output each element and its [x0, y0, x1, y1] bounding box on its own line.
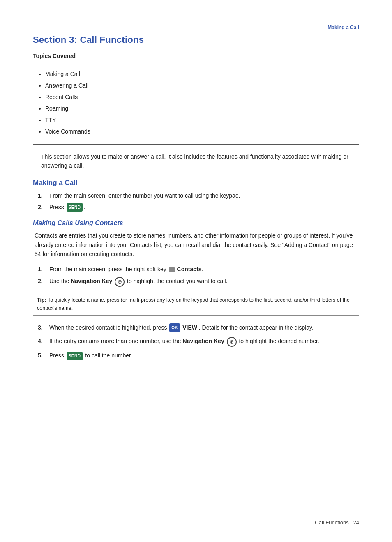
- footer-page: 24: [353, 519, 359, 526]
- topics-list: Making a Call Answering a Call Recent Ca…: [33, 68, 359, 137]
- contacts-steps: 1. From the main screen, press the right…: [33, 265, 359, 287]
- step-text: If the entry contains more than one numb…: [49, 338, 319, 344]
- ok-key-badge: OK: [169, 323, 180, 332]
- list-item: 3. When the desired contact is highlight…: [49, 323, 359, 333]
- step-text: Press SEND.: [49, 204, 85, 210]
- nav-key-icon: ⊕: [227, 337, 237, 347]
- step-number: 3.: [38, 323, 43, 333]
- step-number: 1.: [38, 265, 43, 274]
- navigation-key-label: Navigation Key: [71, 278, 112, 284]
- list-item: Answering a Call: [45, 80, 359, 91]
- step-text: From the main screen, press the right so…: [49, 266, 203, 272]
- making-a-call-heading: Making a Call: [33, 179, 359, 187]
- list-item: 1. From the main screen, enter the numbe…: [49, 191, 359, 201]
- list-item: Voice Commands: [45, 126, 359, 137]
- tip-label: Tip:: [37, 297, 46, 303]
- send-key-badge: SEND: [67, 352, 83, 360]
- navigation-key-label: Navigation Key: [183, 338, 224, 344]
- header-section-label: Making a Call: [33, 25, 359, 30]
- topics-divider: [33, 62, 359, 62]
- step-number: 1.: [38, 191, 43, 201]
- list-item: 2. Press SEND.: [49, 203, 359, 212]
- footer-text: Call Functions: [315, 519, 348, 526]
- footer: Call Functions 24: [315, 519, 359, 526]
- send-key-badge: SEND: [67, 203, 83, 212]
- contacts-label: Contacts: [177, 266, 202, 272]
- soft-key-icon: [169, 267, 175, 272]
- list-item: Recent Calls: [45, 91, 359, 103]
- contacts-steps-continued: 3. When the desired contact is highlight…: [33, 323, 359, 361]
- tip-text: To quickly locate a name, press (or mult…: [37, 297, 350, 311]
- list-item: 2. Use the Navigation Key ⊕ to highlight…: [49, 277, 359, 286]
- section-intro: This section allows you to make or answe…: [33, 152, 359, 171]
- list-item: TTY: [45, 114, 359, 126]
- list-item: 4. If the entry contains more than one n…: [49, 337, 359, 346]
- step-text: Press SEND to call the number.: [49, 352, 132, 359]
- tip-box: Tip: To quickly locate a name, press (or…: [33, 293, 359, 316]
- list-item: 5. Press SEND to call the number.: [49, 351, 359, 361]
- section-title: Section 3: Call Functions: [33, 35, 359, 45]
- page: Making a Call Section 3: Call Functions …: [0, 0, 392, 542]
- contacts-intro-text: Contacts are entries that you create to …: [33, 231, 359, 258]
- making-a-call-steps: 1. From the main screen, enter the numbe…: [33, 191, 359, 212]
- list-item: Roaming: [45, 103, 359, 114]
- bottom-divider: [33, 144, 359, 145]
- making-calls-contacts-heading: Making Calls Using Contacts: [33, 219, 359, 227]
- step-number: 4.: [38, 337, 43, 346]
- step-number: 2.: [38, 277, 43, 286]
- view-label: VIEW: [182, 324, 197, 331]
- step-text: When the desired contact is highlighted,…: [49, 324, 314, 331]
- step-text: From the main screen, enter the number y…: [49, 192, 240, 199]
- nav-key-icon: ⊕: [115, 277, 125, 287]
- list-item: 1. From the main screen, press the right…: [49, 265, 359, 274]
- topics-covered-label: Topics Covered: [33, 53, 359, 59]
- step-text: Use the Navigation Key ⊕ to highlight th…: [49, 278, 227, 284]
- step-number: 2.: [38, 203, 43, 212]
- list-item: Making a Call: [45, 68, 359, 80]
- step-number: 5.: [38, 351, 43, 361]
